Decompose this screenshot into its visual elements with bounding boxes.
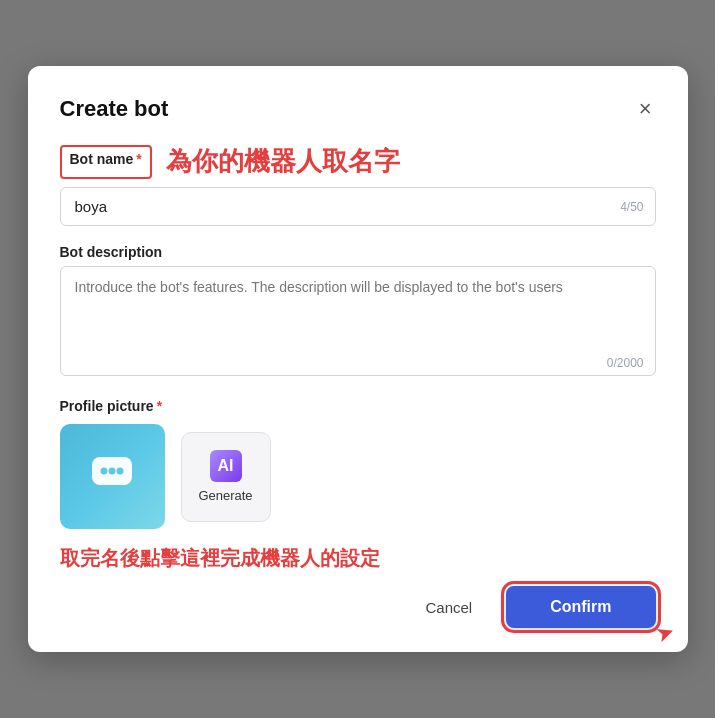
close-button[interactable]: × xyxy=(635,94,656,124)
bot-description-textarea[interactable] xyxy=(60,266,656,376)
profile-required-indicator: * xyxy=(157,398,162,414)
confirm-wrapper: Confirm ➤ xyxy=(506,586,655,628)
bot-name-input[interactable] xyxy=(60,187,656,226)
modal-overlay: Create bot × Bot name * 為你的機器人取名字 4/50 xyxy=(0,0,715,718)
create-bot-dialog: Create bot × Bot name * 為你的機器人取名字 4/50 xyxy=(28,66,688,652)
cancel-button[interactable]: Cancel xyxy=(405,589,492,626)
bot-description-textarea-wrapper: 0/2000 xyxy=(60,266,656,380)
dialog-footer: Cancel Confirm ➤ xyxy=(60,586,656,628)
bot-name-label-box: Bot name * xyxy=(60,145,152,179)
bot-description-label: Bot description xyxy=(60,244,656,260)
profile-picture-label: Profile picture * xyxy=(60,398,656,414)
avatar-image[interactable] xyxy=(60,424,165,529)
bot-name-char-count: 4/50 xyxy=(620,200,643,214)
bot-description-char-count: 0/2000 xyxy=(607,356,644,370)
bot-name-label: Bot name * xyxy=(70,151,142,167)
bot-name-input-wrapper: 4/50 xyxy=(60,187,656,226)
svg-point-1 xyxy=(101,468,108,475)
chinese-annotation-confirm: 取完名後點擊這裡完成機器人的設定 xyxy=(60,545,656,572)
profile-picture-row: AI Generate xyxy=(60,424,656,529)
bot-description-section: Bot description 0/2000 xyxy=(60,244,656,380)
required-indicator: * xyxy=(136,151,141,167)
profile-picture-section: Profile picture * xyxy=(60,398,656,529)
chinese-annotation-name: 為你的機器人取名字 xyxy=(166,144,400,179)
svg-point-3 xyxy=(117,468,124,475)
generate-label: Generate xyxy=(198,488,252,503)
dialog-title: Create bot xyxy=(60,96,169,122)
bot-chat-icon xyxy=(86,447,138,506)
bot-name-section: Bot name * 為你的機器人取名字 4/50 xyxy=(60,144,656,226)
generate-button[interactable]: AI Generate xyxy=(181,432,271,522)
dialog-header: Create bot × xyxy=(60,94,656,124)
confirm-button[interactable]: Confirm xyxy=(506,586,655,628)
svg-point-2 xyxy=(109,468,116,475)
ai-icon: AI xyxy=(210,450,242,482)
